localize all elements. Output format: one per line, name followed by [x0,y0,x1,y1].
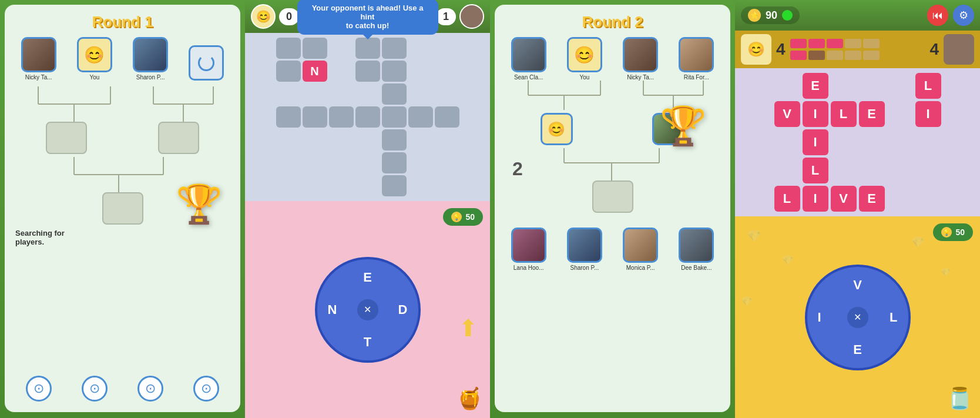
hint-button[interactable]: 💡 50 [443,208,483,226]
wheel-letter-top[interactable]: E [363,270,372,285]
p4-wheel-right[interactable]: L [890,310,897,325]
p3-avatar-1[interactable] [511,37,546,72]
player-avatar-2[interactable]: 😊 [77,37,112,72]
cw-r2c7 [435,61,459,82]
p3-name-1: Sean Cla... [514,74,543,81]
settings-button[interactable]: ⚙ [953,5,974,26]
cw-r6c4 [355,152,380,173]
p3-bottom-row: Lana Hoo... Sharon P... Monica P... Dee … [501,228,724,271]
wg-r5c2-I2: I [803,186,828,212]
cw-r6c3 [329,152,354,173]
wg-r2c5 [887,101,913,127]
cw-r5c3 [329,129,354,151]
cw-r2c3 [329,61,354,82]
loading-indicator [198,55,214,71]
p3-bot-name-4: Dee Bake... [681,265,711,271]
p3-slot-2: 😊 You [561,37,608,81]
p4-bar-1 [790,39,807,48]
p4-wheel-area: 💎 💎 💎 💎 💎 💡 50 V I ✕ L E 🫙 [735,216,980,418]
p4-bar-3 [827,39,843,48]
p3-mid-avatar-1[interactable]: 😊 [541,113,573,145]
cw-r1c6 [408,38,433,59]
cw-r5c1 [276,129,301,151]
trophy-icon: 🏆 [176,182,223,226]
wheel-letter-right[interactable]: D [398,302,408,317]
p4-right-score-num: 4 [929,40,939,59]
cw-r2c6 [408,61,433,82]
p3-bot-name-1: Lana Hoo... [514,265,544,271]
wg-r3c6 [915,129,941,155]
panel-round2: Round 2 Sean Cla... 😊 You Nicky Ta... Ri… [490,0,735,418]
p3-bot-slot-4: Dee Bake... [673,228,720,271]
player-slot-4 [183,45,230,81]
wg-r2c3-L: L [831,101,857,127]
bracket-final [102,192,143,225]
wheel-letter-bottom[interactable]: T [364,335,371,350]
p3-avatar-3[interactable] [623,37,658,72]
hint-bubble: Your opponent is ahead! Use a hint to ca… [297,0,438,35]
p3-avatar-4[interactable] [679,37,714,72]
panel-word-game: ⭐ 90 ⏮ ⚙ 😊 4 [735,0,980,418]
circle-icon-3[interactable]: ⊙ [137,376,163,402]
cw-r6c7 [435,152,459,173]
player-avatar-1[interactable] [21,37,56,72]
wg-r1c4 [859,73,885,99]
crossword-grid: N [245,33,490,201]
round1-title: Round 1 [11,11,234,34]
p4-bar-5 [863,39,880,48]
cw-r5c2 [303,129,327,151]
wheel-center-btn[interactable]: ✕ [357,299,378,320]
p3-avatar-2[interactable]: 😊 [567,37,602,72]
horseshoe-icon-3: ⊙ [145,381,156,396]
p4-wheel-left[interactable]: I [818,310,821,325]
cw-r6c5 [382,152,407,173]
player-slot-2: 😊 You [71,37,118,81]
hint-btn-label: 50 [465,212,475,222]
p4-wheel-top[interactable]: V [853,277,862,293]
bracket-slot-right [158,122,199,154]
wg-r3c4 [859,129,885,155]
home-button[interactable]: ⏮ [927,5,948,26]
letter-wheel[interactable]: E N ✕ D T [315,257,421,363]
bracket-card-3: Round 2 Sean Cla... 😊 You Nicky Ta... Ri… [495,5,730,412]
p3-bracket-mid: 😊 2 🏆 [501,81,724,222]
searching-text: Searching for players. [15,229,65,246]
cw-r5c4 [355,129,380,151]
p4-bar-7 [808,51,825,60]
p4-bar-row-bottom [790,51,925,60]
cw-r4c7 [435,106,459,128]
p3-bot-avatar-4[interactable] [679,228,714,263]
round2-title: Round 2 [501,11,724,34]
p4-wheel-bottom[interactable]: E [853,342,862,357]
p3-slot-4: Rita For... [673,37,720,81]
p4-bar-2 [808,39,825,48]
letter-wheel-area: 💡 50 ⬆ E N ✕ D T 🍯 [245,201,490,418]
p4-wheel-center[interactable]: ✕ [847,307,868,328]
wg-r2c6-I: I [915,101,941,127]
wg-r1c1 [774,73,800,99]
player-avatar-3[interactable] [133,37,168,72]
p3-bot-avatar-2[interactable] [567,228,602,263]
cw-r1c4 [355,38,380,59]
cw-r5c7 [435,129,459,151]
circle-icon-4[interactable]: ⊙ [193,376,219,402]
p3-trophy-icon: 🏆 [660,104,707,148]
circle-icon-1[interactable]: ⊙ [26,376,52,402]
game-header: 😊 0 1 Your opponent is ahead! Use a hint… [245,0,490,33]
p3-bot-slot-2: Sharon P... [561,228,608,271]
player-row-top: Nicky Ta... 😊 You Sharon P... [11,37,234,81]
p4-letter-wheel[interactable]: V I ✕ L E [805,265,911,370]
p3-bot-avatar-3[interactable] [623,228,658,263]
p3-player-row-top: Sean Cla... 😊 You Nicky Ta... Rita For..… [501,37,724,81]
wheel-letter-left[interactable]: N [328,302,337,317]
p4-candy-jar[interactable]: 🫙 [947,386,973,411]
cw-r2c1 [276,61,301,82]
circle-icon-2[interactable]: ⊙ [82,376,108,402]
cw-r1c5 [382,38,407,59]
horseshoe-icon-1: ⊙ [33,381,44,396]
cw-r3c6 [408,83,433,105]
p4-hint-button[interactable]: 💡 50 [933,223,973,241]
candy-jar-icon[interactable]: 🍯 [457,386,483,411]
p4-bar-8 [827,51,843,60]
p3-bot-avatar-1[interactable] [511,228,546,263]
